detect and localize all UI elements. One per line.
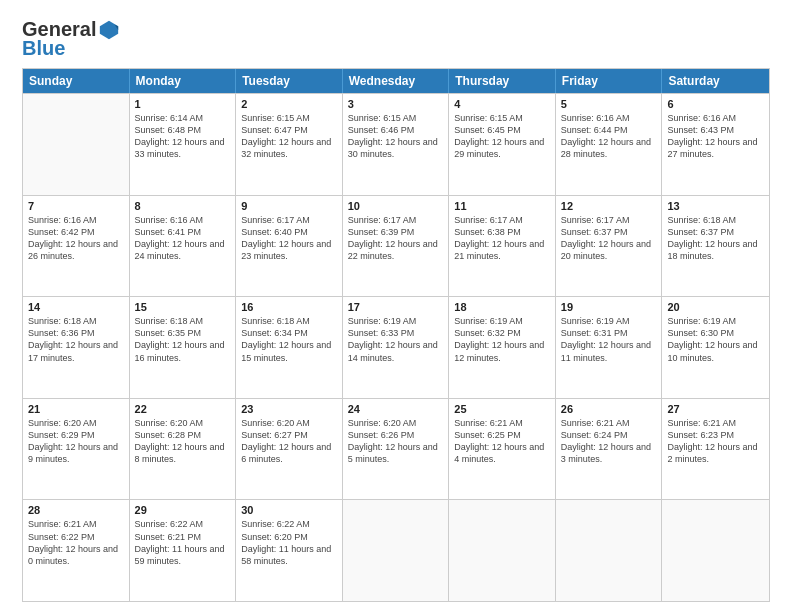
day-info: Sunrise: 6:17 AM Sunset: 6:38 PM Dayligh…: [454, 214, 550, 263]
cal-cell-day-28: 28 Sunrise: 6:21 AM Sunset: 6:22 PM Dayl…: [23, 500, 130, 601]
day-info: Sunrise: 6:18 AM Sunset: 6:35 PM Dayligh…: [135, 315, 231, 364]
calendar-header-row: Sunday Monday Tuesday Wednesday Thursday…: [23, 69, 769, 93]
cal-cell-day-29: 29 Sunrise: 6:22 AM Sunset: 6:21 PM Dayl…: [130, 500, 237, 601]
cal-week-2: 7 Sunrise: 6:16 AM Sunset: 6:42 PM Dayli…: [23, 195, 769, 297]
cal-week-4: 21 Sunrise: 6:20 AM Sunset: 6:29 PM Dayl…: [23, 398, 769, 500]
cal-cell-day-13: 13 Sunrise: 6:18 AM Sunset: 6:37 PM Dayl…: [662, 196, 769, 297]
header: General Blue: [22, 18, 770, 60]
cal-week-1: 1 Sunrise: 6:14 AM Sunset: 6:48 PM Dayli…: [23, 93, 769, 195]
day-info: Sunrise: 6:17 AM Sunset: 6:37 PM Dayligh…: [561, 214, 657, 263]
cal-cell-empty: [23, 94, 130, 195]
cal-cell-day-9: 9 Sunrise: 6:17 AM Sunset: 6:40 PM Dayli…: [236, 196, 343, 297]
day-number: 2: [241, 98, 337, 110]
cal-cell-day-11: 11 Sunrise: 6:17 AM Sunset: 6:38 PM Dayl…: [449, 196, 556, 297]
day-info: Sunrise: 6:21 AM Sunset: 6:24 PM Dayligh…: [561, 417, 657, 466]
cal-cell-day-18: 18 Sunrise: 6:19 AM Sunset: 6:32 PM Dayl…: [449, 297, 556, 398]
day-info: Sunrise: 6:20 AM Sunset: 6:28 PM Dayligh…: [135, 417, 231, 466]
day-number: 17: [348, 301, 444, 313]
page: General Blue Sunday Monday Tuesday Wedne…: [0, 0, 792, 612]
day-info: Sunrise: 6:18 AM Sunset: 6:34 PM Dayligh…: [241, 315, 337, 364]
day-number: 13: [667, 200, 764, 212]
col-monday: Monday: [130, 69, 237, 93]
day-number: 8: [135, 200, 231, 212]
col-wednesday: Wednesday: [343, 69, 450, 93]
day-number: 10: [348, 200, 444, 212]
cal-cell-day-4: 4 Sunrise: 6:15 AM Sunset: 6:45 PM Dayli…: [449, 94, 556, 195]
day-number: 5: [561, 98, 657, 110]
day-number: 22: [135, 403, 231, 415]
cal-cell-day-8: 8 Sunrise: 6:16 AM Sunset: 6:41 PM Dayli…: [130, 196, 237, 297]
day-number: 3: [348, 98, 444, 110]
day-info: Sunrise: 6:21 AM Sunset: 6:23 PM Dayligh…: [667, 417, 764, 466]
cal-cell-day-19: 19 Sunrise: 6:19 AM Sunset: 6:31 PM Dayl…: [556, 297, 663, 398]
day-number: 24: [348, 403, 444, 415]
day-number: 27: [667, 403, 764, 415]
cal-cell-day-1: 1 Sunrise: 6:14 AM Sunset: 6:48 PM Dayli…: [130, 94, 237, 195]
day-info: Sunrise: 6:20 AM Sunset: 6:26 PM Dayligh…: [348, 417, 444, 466]
day-number: 28: [28, 504, 124, 516]
day-info: Sunrise: 6:15 AM Sunset: 6:45 PM Dayligh…: [454, 112, 550, 161]
cal-cell-day-24: 24 Sunrise: 6:20 AM Sunset: 6:26 PM Dayl…: [343, 399, 450, 500]
logo: General Blue: [22, 18, 120, 60]
cal-cell-day-17: 17 Sunrise: 6:19 AM Sunset: 6:33 PM Dayl…: [343, 297, 450, 398]
cal-cell-day-5: 5 Sunrise: 6:16 AM Sunset: 6:44 PM Dayli…: [556, 94, 663, 195]
day-number: 1: [135, 98, 231, 110]
cal-cell-day-25: 25 Sunrise: 6:21 AM Sunset: 6:25 PM Dayl…: [449, 399, 556, 500]
day-info: Sunrise: 6:21 AM Sunset: 6:25 PM Dayligh…: [454, 417, 550, 466]
day-info: Sunrise: 6:17 AM Sunset: 6:40 PM Dayligh…: [241, 214, 337, 263]
cal-cell-empty: [556, 500, 663, 601]
day-info: Sunrise: 6:19 AM Sunset: 6:33 PM Dayligh…: [348, 315, 444, 364]
day-number: 29: [135, 504, 231, 516]
day-number: 21: [28, 403, 124, 415]
day-info: Sunrise: 6:19 AM Sunset: 6:30 PM Dayligh…: [667, 315, 764, 364]
cal-cell-day-23: 23 Sunrise: 6:20 AM Sunset: 6:27 PM Dayl…: [236, 399, 343, 500]
cal-cell-day-10: 10 Sunrise: 6:17 AM Sunset: 6:39 PM Dayl…: [343, 196, 450, 297]
cal-cell-day-3: 3 Sunrise: 6:15 AM Sunset: 6:46 PM Dayli…: [343, 94, 450, 195]
day-number: 15: [135, 301, 231, 313]
col-tuesday: Tuesday: [236, 69, 343, 93]
day-info: Sunrise: 6:21 AM Sunset: 6:22 PM Dayligh…: [28, 518, 124, 567]
day-number: 26: [561, 403, 657, 415]
day-number: 9: [241, 200, 337, 212]
day-info: Sunrise: 6:20 AM Sunset: 6:29 PM Dayligh…: [28, 417, 124, 466]
day-number: 6: [667, 98, 764, 110]
cal-cell-day-7: 7 Sunrise: 6:16 AM Sunset: 6:42 PM Dayli…: [23, 196, 130, 297]
cal-week-3: 14 Sunrise: 6:18 AM Sunset: 6:36 PM Dayl…: [23, 296, 769, 398]
logo-icon: [98, 19, 120, 41]
day-number: 25: [454, 403, 550, 415]
day-info: Sunrise: 6:22 AM Sunset: 6:20 PM Dayligh…: [241, 518, 337, 567]
day-info: Sunrise: 6:18 AM Sunset: 6:36 PM Dayligh…: [28, 315, 124, 364]
cal-cell-day-14: 14 Sunrise: 6:18 AM Sunset: 6:36 PM Dayl…: [23, 297, 130, 398]
cal-week-5: 28 Sunrise: 6:21 AM Sunset: 6:22 PM Dayl…: [23, 499, 769, 601]
day-number: 19: [561, 301, 657, 313]
day-info: Sunrise: 6:19 AM Sunset: 6:31 PM Dayligh…: [561, 315, 657, 364]
cal-cell-day-20: 20 Sunrise: 6:19 AM Sunset: 6:30 PM Dayl…: [662, 297, 769, 398]
day-info: Sunrise: 6:17 AM Sunset: 6:39 PM Dayligh…: [348, 214, 444, 263]
cal-cell-day-22: 22 Sunrise: 6:20 AM Sunset: 6:28 PM Dayl…: [130, 399, 237, 500]
cal-cell-day-12: 12 Sunrise: 6:17 AM Sunset: 6:37 PM Dayl…: [556, 196, 663, 297]
day-info: Sunrise: 6:15 AM Sunset: 6:47 PM Dayligh…: [241, 112, 337, 161]
day-info: Sunrise: 6:19 AM Sunset: 6:32 PM Dayligh…: [454, 315, 550, 364]
day-info: Sunrise: 6:18 AM Sunset: 6:37 PM Dayligh…: [667, 214, 764, 263]
day-info: Sunrise: 6:15 AM Sunset: 6:46 PM Dayligh…: [348, 112, 444, 161]
cal-cell-day-6: 6 Sunrise: 6:16 AM Sunset: 6:43 PM Dayli…: [662, 94, 769, 195]
cal-cell-empty: [662, 500, 769, 601]
cal-cell-empty: [343, 500, 450, 601]
day-info: Sunrise: 6:16 AM Sunset: 6:43 PM Dayligh…: [667, 112, 764, 161]
day-info: Sunrise: 6:22 AM Sunset: 6:21 PM Dayligh…: [135, 518, 231, 567]
calendar-body: 1 Sunrise: 6:14 AM Sunset: 6:48 PM Dayli…: [23, 93, 769, 601]
day-number: 11: [454, 200, 550, 212]
day-number: 30: [241, 504, 337, 516]
day-number: 20: [667, 301, 764, 313]
col-thursday: Thursday: [449, 69, 556, 93]
cal-cell-day-27: 27 Sunrise: 6:21 AM Sunset: 6:23 PM Dayl…: [662, 399, 769, 500]
day-info: Sunrise: 6:16 AM Sunset: 6:42 PM Dayligh…: [28, 214, 124, 263]
day-number: 18: [454, 301, 550, 313]
day-info: Sunrise: 6:20 AM Sunset: 6:27 PM Dayligh…: [241, 417, 337, 466]
day-number: 4: [454, 98, 550, 110]
cal-cell-day-16: 16 Sunrise: 6:18 AM Sunset: 6:34 PM Dayl…: [236, 297, 343, 398]
col-friday: Friday: [556, 69, 663, 93]
logo-blue-text: Blue: [22, 37, 65, 60]
cal-cell-empty: [449, 500, 556, 601]
day-info: Sunrise: 6:14 AM Sunset: 6:48 PM Dayligh…: [135, 112, 231, 161]
